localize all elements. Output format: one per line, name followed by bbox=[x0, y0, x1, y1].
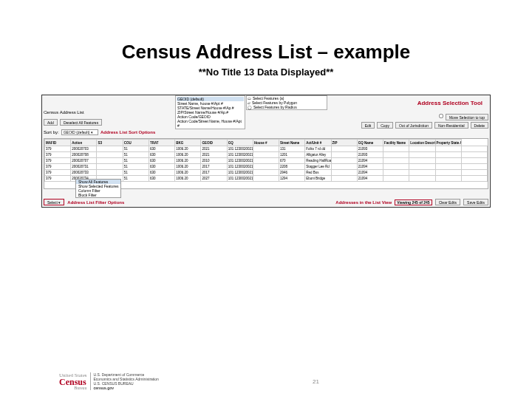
col-header[interactable]: Action bbox=[71, 140, 97, 146]
left-toolbar: Add Deselect All Features bbox=[44, 119, 102, 126]
callout-selection-tool: Address Selection Tool bbox=[417, 100, 482, 106]
sort-row: Sort by: GEOID (default) ▾ Address List … bbox=[44, 129, 155, 135]
col-header[interactable]: Act/Unit # bbox=[305, 140, 331, 146]
cell: 101 1230020021321 bbox=[227, 152, 253, 158]
col-header[interactable]: MAFID bbox=[45, 140, 71, 146]
census-app-frame: GEOID (default) Street Name, house #/Apt… bbox=[41, 95, 491, 208]
cell bbox=[383, 158, 409, 164]
cell: 630 bbox=[149, 176, 174, 182]
cell: 200020703 bbox=[71, 146, 97, 152]
out-jurisdiction-button[interactable]: Out of Jurisdiction bbox=[395, 122, 432, 129]
cell bbox=[331, 158, 357, 164]
nonresidential-button[interactable]: Non-Residential bbox=[434, 122, 468, 129]
cell bbox=[331, 170, 357, 176]
save-edits-button[interactable]: Save Edits bbox=[463, 199, 488, 205]
cell bbox=[435, 146, 461, 152]
delete-button[interactable]: Delete bbox=[471, 122, 488, 129]
cell bbox=[253, 152, 279, 158]
table-row[interactable]: 379200020733516301006.202017101 12300200… bbox=[45, 170, 488, 176]
clear-edits-button[interactable]: Clear Edits bbox=[435, 199, 460, 205]
callout-sort-options: Address List Sort Options bbox=[100, 130, 155, 134]
col-header[interactable]: S3 bbox=[97, 140, 123, 146]
table-row[interactable]: 379200020703516301006.202021101 12300200… bbox=[45, 146, 488, 152]
cell: Alligator Alley bbox=[305, 152, 331, 158]
cell bbox=[97, 164, 123, 170]
cell: 200020707 bbox=[71, 158, 97, 164]
col-header[interactable]: ZIP bbox=[331, 140, 357, 146]
cell: 630 bbox=[149, 158, 174, 164]
col-header[interactable]: GQ Name bbox=[357, 140, 383, 146]
view-count-badge: Viewing 245 of 245 bbox=[395, 200, 432, 205]
cell: 101 1230020021317 bbox=[227, 164, 253, 170]
filter-option[interactable]: Block Filter bbox=[76, 193, 120, 197]
callout-filter-options: Address List Filter Options bbox=[67, 200, 124, 205]
table-row[interactable]: 379200020731516301006.202017101 12300200… bbox=[45, 164, 488, 170]
footer-text: U.S. Department of Commerce Economics an… bbox=[90, 372, 159, 390]
sort-by-select[interactable]: GEOID (default) ▾ bbox=[61, 129, 98, 135]
filter-popup[interactable]: Show All Features Show Selected Features… bbox=[75, 179, 121, 198]
cell: 379 bbox=[45, 146, 71, 152]
cell: 101 1230020021327 bbox=[227, 176, 253, 182]
cell: 1006.20 bbox=[175, 170, 201, 176]
table-row[interactable]: 379200020707516301006.202010101 12300200… bbox=[45, 158, 488, 164]
cell bbox=[409, 176, 435, 182]
cell: 51 bbox=[123, 152, 149, 158]
col-header[interactable]: TRAT bbox=[149, 140, 174, 146]
cell bbox=[409, 158, 435, 164]
move-top-button[interactable]: Move Selection to top bbox=[446, 114, 488, 120]
sort-dropdown-popup[interactable]: GEOID (default) Street Name, house #/Apt… bbox=[175, 95, 245, 129]
cell bbox=[409, 164, 435, 170]
edit-button[interactable]: Edit bbox=[361, 122, 375, 129]
cell: 630 bbox=[149, 170, 174, 176]
cell: 379 bbox=[45, 152, 71, 158]
cell bbox=[97, 152, 123, 158]
move-top-checkbox[interactable] bbox=[439, 114, 443, 118]
cell: 2027 bbox=[201, 176, 227, 182]
cell: 21093 bbox=[357, 152, 383, 158]
sort-option[interactable]: Action Code/Street Name, House #/Apt # bbox=[177, 119, 244, 128]
slide-subtitle: **No Title 13 Data Displayed** bbox=[0, 66, 532, 78]
cell bbox=[461, 164, 487, 170]
col-header[interactable]: Facility Name bbox=[383, 140, 409, 146]
col-header[interactable]: Street Name bbox=[279, 140, 305, 146]
table-row[interactable]: 379200020708516301006.202021101 12300200… bbox=[45, 152, 488, 158]
select-radius-button[interactable]: ◯Select Features by Radius bbox=[247, 105, 327, 109]
cell: 379 bbox=[45, 170, 71, 176]
select-dropdown[interactable]: Select ▾ bbox=[44, 199, 64, 205]
cell: 51 bbox=[123, 170, 149, 176]
cell bbox=[409, 146, 435, 152]
slide-footer: United States Census Bureau U.S. Departm… bbox=[59, 372, 473, 390]
copy-button[interactable]: Copy bbox=[377, 122, 393, 129]
action-toolbar: Edit Copy Out of Jurisdiction Non-Reside… bbox=[361, 122, 488, 129]
cell: 630 bbox=[149, 152, 174, 158]
col-header[interactable]: Property State Addr C bbox=[435, 140, 461, 146]
cell: Eboni Bridge bbox=[305, 176, 331, 182]
cell: 630 bbox=[149, 164, 174, 170]
cell bbox=[331, 176, 357, 182]
add-button[interactable]: Add bbox=[44, 119, 58, 126]
cell: 1006.20 bbox=[175, 176, 201, 182]
col-header[interactable]: COU bbox=[123, 140, 149, 146]
page-number: 21 bbox=[313, 378, 319, 385]
col-header[interactable]: GQ bbox=[227, 140, 253, 146]
cell bbox=[253, 170, 279, 176]
deselect-button[interactable]: Deselect All Features bbox=[60, 119, 102, 126]
cell: 200020731 bbox=[71, 164, 97, 170]
cell: 101 1230020021121 bbox=[227, 146, 253, 152]
cell: Reading HallRoad bbox=[305, 158, 331, 164]
col-header[interactable]: BKG bbox=[175, 140, 201, 146]
sort-by-label: Sort by: bbox=[44, 130, 59, 134]
cell bbox=[461, 176, 487, 182]
cell: 131 bbox=[279, 146, 305, 152]
cell bbox=[383, 170, 409, 176]
cell: 51 bbox=[123, 146, 149, 152]
radius-icon: ◯ bbox=[248, 105, 252, 109]
cell bbox=[435, 152, 461, 158]
col-header[interactable]: Location Description bbox=[409, 140, 435, 146]
cell: 51 bbox=[123, 164, 149, 170]
cell: 21094 bbox=[357, 158, 383, 164]
cell bbox=[253, 146, 279, 152]
col-header[interactable]: House # bbox=[253, 140, 279, 146]
col-header[interactable]: GEOID bbox=[201, 140, 227, 146]
cell: 2208 bbox=[279, 164, 305, 170]
